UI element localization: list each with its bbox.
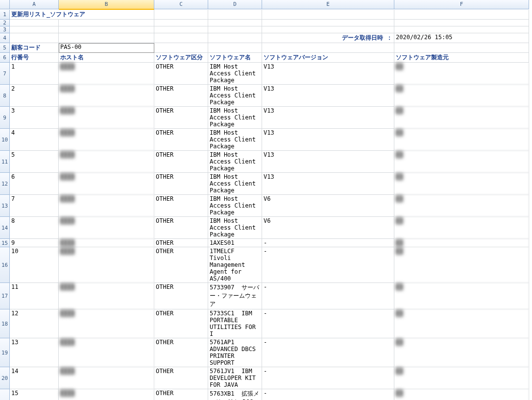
cell-swvendor: ██	[394, 195, 529, 217]
empty-cell[interactable]	[394, 10, 529, 20]
empty-cell[interactable]	[208, 20, 262, 26]
cell-swvendor: ██	[394, 151, 529, 173]
empty-cell[interactable]	[10, 33, 59, 43]
cell-swver: V13	[262, 107, 394, 129]
row-header-15[interactable]: 15	[0, 239, 10, 247]
row-header-3[interactable]: 3	[0, 26, 10, 33]
cell-swver: V6	[262, 195, 394, 217]
cell-swkind: OTHER	[154, 367, 208, 389]
cell-rowno: 2	[10, 85, 59, 107]
empty-cell[interactable]	[59, 26, 154, 33]
empty-cell[interactable]	[154, 26, 208, 33]
empty-cell[interactable]	[208, 43, 262, 53]
empty-cell[interactable]	[394, 26, 529, 33]
table-header-swVendor: ソフトウェア製造元	[394, 53, 529, 63]
cell-swkind: OTHER	[154, 239, 208, 247]
cell-swver: V13	[262, 63, 394, 85]
cell-host: ████	[59, 63, 154, 85]
empty-cell[interactable]	[154, 20, 208, 26]
sheet-title: 更新用リスト_ソフトウェア	[10, 10, 154, 20]
row-header-8[interactable]: 8	[0, 85, 10, 107]
cell-swvendor: ██	[394, 239, 529, 247]
row-header-5[interactable]: 5	[0, 43, 10, 53]
empty-cell[interactable]	[394, 43, 529, 53]
empty-cell[interactable]	[208, 33, 262, 43]
cell-swkind: OTHER	[154, 151, 208, 173]
empty-cell[interactable]	[208, 26, 262, 33]
empty-cell[interactable]	[262, 10, 394, 20]
cell-rowno: 11	[10, 283, 59, 309]
cell-swvendor: ██	[394, 283, 529, 309]
table-header-swKind: ソフトウェア区分	[154, 53, 208, 63]
cell-swver: V13	[262, 173, 394, 195]
cell-swvendor: ██	[394, 367, 529, 389]
empty-cell[interactable]	[10, 20, 59, 26]
cell-rowno: 14	[10, 367, 59, 389]
cell-host: ████	[59, 389, 154, 400]
cell-swkind: OTHER	[154, 173, 208, 195]
empty-cell[interactable]	[154, 43, 208, 53]
col-header-E[interactable]: E	[262, 0, 394, 9]
row-header-21[interactable]: 21	[0, 389, 10, 400]
cell-swname: IBM Host Access Client Package	[208, 63, 262, 85]
col-header-A[interactable]: A	[10, 0, 59, 9]
cell-swvendor: ██	[394, 217, 529, 239]
customer-code-value[interactable]: PAS-00	[59, 43, 154, 53]
cell-host: ████	[59, 129, 154, 151]
cell-host: ████	[59, 173, 154, 195]
cell-swver: V13	[262, 151, 394, 173]
row-header-6[interactable]: 6	[0, 53, 10, 63]
row-header-12[interactable]: 12	[0, 173, 10, 195]
empty-cell[interactable]	[262, 43, 394, 53]
cell-swname: 5733907 サーバー・ファームウェア	[208, 283, 262, 309]
row-header-13[interactable]: 13	[0, 195, 10, 217]
cell-rowno: 10	[10, 247, 59, 283]
cell-swkind: OTHER	[154, 217, 208, 239]
row-header-18[interactable]: 18	[0, 309, 10, 338]
row-header-10[interactable]: 10	[0, 129, 10, 151]
cell-host: ████	[59, 195, 154, 217]
empty-cell[interactable]	[208, 10, 262, 20]
empty-cell[interactable]	[59, 20, 154, 26]
cell-swname: IBM Host Access Client Package	[208, 151, 262, 173]
row-header-11[interactable]: 11	[0, 151, 10, 173]
cell-swkind: OTHER	[154, 195, 208, 217]
cell-rowno: 15	[10, 389, 59, 400]
select-all-corner[interactable]	[0, 0, 10, 9]
table-header-host: ホスト名	[59, 53, 154, 63]
row-header-9[interactable]: 9	[0, 107, 10, 129]
cell-host: ████	[59, 247, 154, 283]
row-header-14[interactable]: 14	[0, 217, 10, 239]
empty-cell[interactable]	[59, 33, 154, 43]
cell-rowno: 6	[10, 173, 59, 195]
customer-code-label: 顧客コード	[10, 43, 59, 53]
empty-cell[interactable]	[262, 26, 394, 33]
spreadsheet[interactable]: ABCDEF1更新用リスト_ソフトウェア234データ取得日時 ：2020/02/…	[0, 0, 532, 400]
cell-host: ████	[59, 283, 154, 309]
cell-swvendor: ██	[394, 129, 529, 151]
cell-swname: 5761AP1 ADVANCED DBCS PRINTER SUPPORT	[208, 338, 262, 367]
row-header-19[interactable]: 19	[0, 338, 10, 367]
col-header-B[interactable]: B	[59, 0, 154, 10]
row-header-7[interactable]: 7	[0, 63, 10, 85]
empty-cell[interactable]	[154, 10, 208, 20]
row-header-1[interactable]: 1	[0, 10, 10, 20]
col-header-C[interactable]: C	[154, 0, 208, 9]
cell-host: ████	[59, 217, 154, 239]
empty-cell[interactable]	[154, 33, 208, 43]
row-header-16[interactable]: 16	[0, 247, 10, 283]
empty-cell[interactable]	[394, 20, 529, 26]
cell-swvendor: ██	[394, 309, 529, 338]
row-header-4[interactable]: 4	[0, 33, 10, 43]
row-header-20[interactable]: 20	[0, 367, 10, 389]
row-header-2[interactable]: 2	[0, 20, 10, 26]
empty-cell[interactable]	[262, 20, 394, 26]
cell-rowno: 9	[10, 239, 59, 247]
cell-swname: IBM Host Access Client Package	[208, 173, 262, 195]
col-header-F[interactable]: F	[394, 0, 529, 9]
col-header-D[interactable]: D	[208, 0, 262, 9]
cell-swkind: OTHER	[154, 283, 208, 309]
cell-host: ████	[59, 107, 154, 129]
empty-cell[interactable]	[10, 26, 59, 33]
row-header-17[interactable]: 17	[0, 283, 10, 309]
